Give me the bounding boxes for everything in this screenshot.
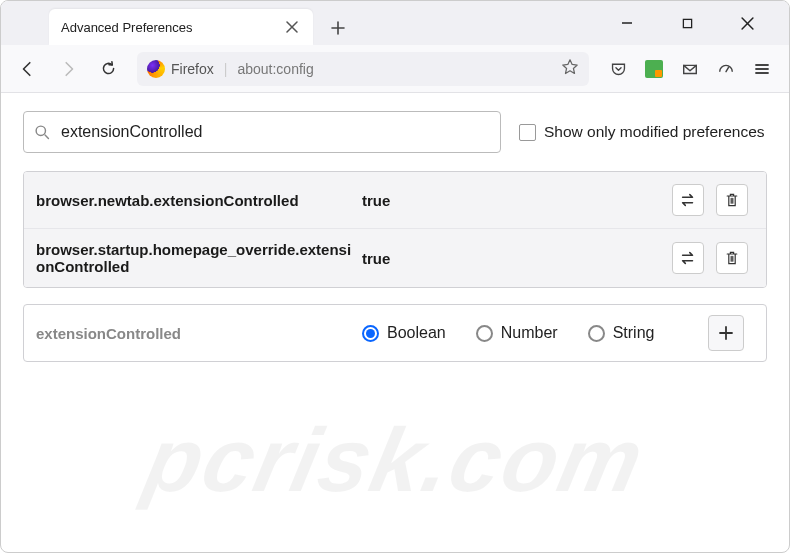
- swap-icon: [679, 249, 697, 267]
- delete-button[interactable]: [716, 184, 748, 216]
- toggle-button[interactable]: [672, 242, 704, 274]
- add-pref-row: extensionControlled Boolean Number Strin…: [23, 304, 767, 362]
- trash-icon: [724, 192, 740, 208]
- toolbar-actions: [601, 52, 779, 86]
- add-pref-button[interactable]: [708, 315, 744, 351]
- url-bar[interactable]: Firefox | about:config: [137, 52, 589, 86]
- browser-window: Advanced Preferences: [0, 0, 790, 553]
- type-radio-boolean[interactable]: Boolean: [362, 324, 446, 342]
- show-modified-label: Show only modified preferences: [544, 123, 765, 141]
- pref-value: true: [362, 250, 666, 267]
- type-radio-number[interactable]: Number: [476, 324, 558, 342]
- pref-search-box[interactable]: [23, 111, 501, 153]
- tab-title: Advanced Preferences: [61, 20, 193, 35]
- svg-point-1: [36, 126, 45, 135]
- urlbar-identity: Firefox: [147, 60, 214, 78]
- svg-rect-0: [683, 19, 691, 27]
- close-window-button[interactable]: [727, 6, 767, 40]
- minimize-button[interactable]: [607, 6, 647, 40]
- firefox-logo-icon: [147, 60, 165, 78]
- radio-label: String: [613, 324, 655, 342]
- pref-row: browser.startup.homepage_override.extens…: [24, 229, 766, 287]
- forward-button[interactable]: [51, 52, 85, 86]
- browser-tab[interactable]: Advanced Preferences: [49, 9, 313, 45]
- maximize-button[interactable]: [667, 6, 707, 40]
- pref-search-input[interactable]: [61, 123, 490, 141]
- toolbar: Firefox | about:config: [1, 45, 789, 93]
- urlbar-url: about:config: [237, 61, 551, 77]
- radio-icon: [588, 325, 605, 342]
- toggle-button[interactable]: [672, 184, 704, 216]
- watermark: pcrisk.com: [136, 409, 653, 512]
- urlbar-brand: Firefox: [171, 61, 214, 77]
- plus-icon: [718, 325, 734, 341]
- back-button[interactable]: [11, 52, 45, 86]
- pref-name: browser.newtab.extensionControlled: [36, 192, 356, 209]
- swap-icon: [679, 191, 697, 209]
- trash-icon: [724, 250, 740, 266]
- window-controls: [607, 1, 785, 45]
- urlbar-separator: |: [224, 61, 228, 77]
- search-row: Show only modified preferences: [23, 111, 767, 153]
- about-config-page: Show only modified preferences browser.n…: [1, 93, 789, 380]
- dashboard-icon[interactable]: [709, 52, 743, 86]
- extension-icon[interactable]: [637, 52, 671, 86]
- radio-label: Boolean: [387, 324, 446, 342]
- pref-name: browser.startup.homepage_override.extens…: [36, 241, 356, 275]
- type-radio-group: Boolean Number String: [362, 324, 702, 342]
- titlebar: Advanced Preferences: [1, 1, 789, 45]
- pref-list: browser.newtab.extensionControlled true …: [23, 171, 767, 288]
- radio-icon: [476, 325, 493, 342]
- show-modified-checkbox[interactable]: Show only modified preferences: [519, 123, 765, 141]
- type-radio-string[interactable]: String: [588, 324, 655, 342]
- radio-label: Number: [501, 324, 558, 342]
- new-pref-name: extensionControlled: [36, 325, 356, 342]
- checkbox-icon: [519, 124, 536, 141]
- radio-icon: [362, 325, 379, 342]
- new-tab-button[interactable]: [323, 13, 353, 43]
- pref-row: browser.newtab.extensionControlled true: [24, 172, 766, 229]
- reload-button[interactable]: [91, 52, 125, 86]
- bookmark-star-icon[interactable]: [561, 58, 579, 79]
- menu-icon[interactable]: [745, 52, 779, 86]
- pocket-icon[interactable]: [601, 52, 635, 86]
- pref-value: true: [362, 192, 666, 209]
- search-icon: [34, 124, 51, 141]
- close-tab-icon[interactable]: [283, 18, 301, 36]
- inbox-icon[interactable]: [673, 52, 707, 86]
- delete-button[interactable]: [716, 242, 748, 274]
